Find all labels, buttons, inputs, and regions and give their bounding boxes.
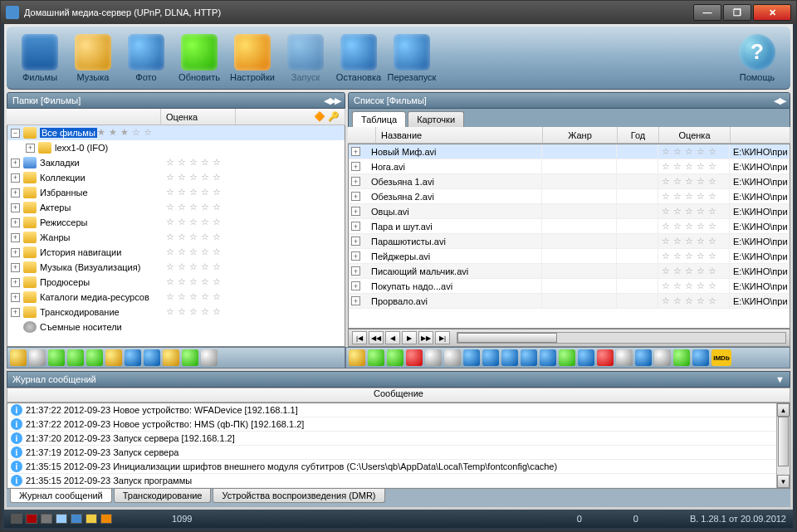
expand-toggle[interactable]: +	[26, 144, 35, 153]
color-swatch[interactable]	[41, 514, 52, 524]
scroll-thumb[interactable]	[457, 333, 557, 343]
tool-icon[interactable]	[578, 349, 594, 366]
log-row[interactable]: i21:37:22 2012-09-23 Новое устройство: H…	[7, 417, 790, 432]
tree-item[interactable]: Съемные носители	[7, 320, 345, 334]
hscrollbar[interactable]	[457, 332, 786, 344]
scroll-down[interactable]: ▼	[777, 475, 790, 488]
file-row[interactable]: +Покупать надо...avi☆☆☆☆☆E:\КИНО\при	[349, 279, 790, 294]
tool-icon[interactable]	[67, 349, 84, 366]
panel-collapse-icon[interactable]: ◀ ▶	[774, 95, 785, 106]
tool-icon[interactable]	[616, 349, 633, 366]
tab-log[interactable]: Журнал сообщений	[10, 489, 112, 503]
color-swatch[interactable]	[100, 514, 112, 524]
expand-toggle[interactable]: +	[351, 266, 360, 276]
tab-cards[interactable]: Карточки	[408, 111, 464, 127]
tool-icon[interactable]	[540, 349, 556, 366]
expand-toggle[interactable]: +	[11, 203, 20, 212]
panel-collapse-icon[interactable]: ▼	[775, 374, 785, 384]
col-name[interactable]: Название	[376, 127, 543, 143]
nav-next-page[interactable]: ▶▶	[418, 331, 433, 344]
file-row[interactable]: +Парашютисты.avi☆☆☆☆☆E:\КИНО\при	[349, 234, 790, 249]
file-row[interactable]: +Обезьяна 1.avi☆☆☆☆☆E:\КИНО\при	[349, 174, 790, 189]
expand-toggle[interactable]: +	[351, 296, 360, 305]
tool-icon[interactable]	[654, 349, 671, 366]
nav-next[interactable]: ▶	[402, 331, 417, 344]
expand-toggle[interactable]: +	[11, 293, 20, 302]
tree-item[interactable]: +Продюсеры☆☆☆☆☆	[7, 275, 345, 290]
tree-item[interactable]: +История навигации☆☆☆☆☆	[7, 245, 345, 260]
log-row[interactable]: i21:37:20 2012-09-23 Запуск сервера [192…	[7, 432, 790, 446]
nav-last[interactable]: ▶|	[435, 331, 450, 344]
expand-toggle[interactable]: +	[11, 173, 20, 183]
tree-item[interactable]: +Режиссеры☆☆☆☆☆	[7, 215, 345, 230]
expand-toggle[interactable]: +	[11, 263, 20, 272]
tool-icon[interactable]	[463, 349, 480, 366]
tool-icon[interactable]	[501, 349, 518, 366]
delete-icon[interactable]	[406, 349, 423, 366]
nav-first[interactable]: |◀	[352, 331, 367, 344]
expand-toggle[interactable]: +	[351, 222, 360, 231]
tool-icon[interactable]	[48, 349, 65, 366]
tool-icon[interactable]	[368, 349, 384, 366]
tree-item[interactable]: +Избранные☆☆☆☆☆	[7, 185, 345, 200]
file-row[interactable]: +Прорвало.avi☆☆☆☆☆E:\КИНО\при	[349, 294, 790, 309]
tool-icon[interactable]	[86, 349, 103, 366]
tree-item[interactable]: +Каталоги медиа-ресурсов☆☆☆☆☆	[7, 290, 345, 305]
tool-icon[interactable]	[349, 349, 365, 366]
expand-toggle[interactable]: +	[351, 162, 360, 171]
music-button[interactable]: Музыка	[66, 34, 120, 82]
tree-item[interactable]: +Актеры☆☆☆☆☆	[7, 200, 345, 215]
tool-icon[interactable]	[521, 349, 537, 366]
vscrollbar[interactable]: ▲ ▼	[776, 403, 790, 488]
file-row[interactable]: +Овцы.avi☆☆☆☆☆E:\КИНО\при	[349, 204, 790, 219]
expand-toggle[interactable]: +	[351, 281, 360, 290]
minimize-button[interactable]: —	[693, 4, 721, 21]
expand-toggle[interactable]: +	[11, 188, 20, 198]
rating-column[interactable]: Оценка	[161, 109, 236, 124]
save-icon[interactable]	[125, 349, 141, 366]
maximize-button[interactable]: ❐	[723, 4, 751, 21]
nav-prev-page[interactable]: ◀◀	[369, 331, 384, 344]
color-swatch[interactable]	[71, 514, 82, 524]
tab-dmr[interactable]: Устройства воспроизведения (DMR)	[213, 489, 384, 503]
expand-toggle[interactable]: +	[351, 192, 360, 201]
col-genre[interactable]: Жанр	[543, 127, 618, 143]
tool-icon[interactable]	[387, 349, 403, 366]
tool-icon[interactable]	[10, 349, 27, 366]
file-row[interactable]: +Нога.avi☆☆☆☆☆E:\КИНО\при	[349, 159, 790, 174]
start-button[interactable]: Запуск	[279, 34, 332, 82]
color-swatch[interactable]	[26, 514, 37, 524]
save-icon[interactable]	[692, 349, 709, 366]
expand-toggle[interactable]: +	[351, 147, 360, 156]
tool-icon[interactable]	[182, 349, 198, 366]
file-row[interactable]: +Обезьяна 2.avi☆☆☆☆☆E:\КИНО\при	[349, 189, 790, 204]
tree-item[interactable]: +Транскодирование☆☆☆☆☆	[7, 305, 345, 320]
expand-toggle[interactable]: −	[11, 129, 20, 138]
help-button[interactable]: Помощь	[731, 34, 784, 82]
log-column-header[interactable]: Сообщение	[7, 388, 790, 403]
file-row[interactable]: +Пара и шут.avi☆☆☆☆☆E:\КИНО\при	[349, 219, 790, 234]
log-row[interactable]: i21:37:19 2012-09-23 Запуск сервера	[7, 446, 790, 460]
log-row[interactable]: i21:37:22 2012-09-23 Новое устройство: W…	[7, 403, 790, 417]
tab-transcode[interactable]: Транскодирование	[114, 489, 212, 503]
nav-prev[interactable]: ◀	[385, 331, 400, 344]
expand-toggle[interactable]: +	[351, 207, 360, 216]
titlebar[interactable]: Домашний медиа-сервер (UPnP, DLNA, HTTP)…	[1, 1, 796, 24]
tool-icon[interactable]	[163, 349, 179, 366]
films-button[interactable]: Фильмы	[13, 34, 66, 82]
tree-item[interactable]: +Закладки☆☆☆☆☆	[7, 155, 345, 170]
tree-item[interactable]: −Все фильмы★★★☆☆	[7, 125, 345, 140]
tool-icon[interactable]	[144, 349, 160, 366]
col-rating[interactable]: Оценка	[659, 127, 731, 143]
panel-collapse-icon[interactable]: ◀ ▶▶	[324, 95, 340, 106]
stop-button[interactable]: Остановка	[332, 34, 385, 82]
expand-toggle[interactable]: +	[11, 248, 20, 257]
log-row[interactable]: i21:35:15 2012-09-23 Запуск программы	[7, 474, 790, 488]
color-swatch[interactable]	[56, 514, 67, 524]
col-year[interactable]: Год	[618, 127, 659, 143]
expand-toggle[interactable]: +	[351, 251, 360, 261]
file-row[interactable]: +Писающий мальчик.avi☆☆☆☆☆E:\КИНО\при	[349, 264, 790, 279]
scroll-up[interactable]: ▲	[777, 403, 790, 417]
settings-button[interactable]: Настройки	[226, 34, 279, 82]
tree-item[interactable]: +Коллекции☆☆☆☆☆	[7, 170, 345, 185]
